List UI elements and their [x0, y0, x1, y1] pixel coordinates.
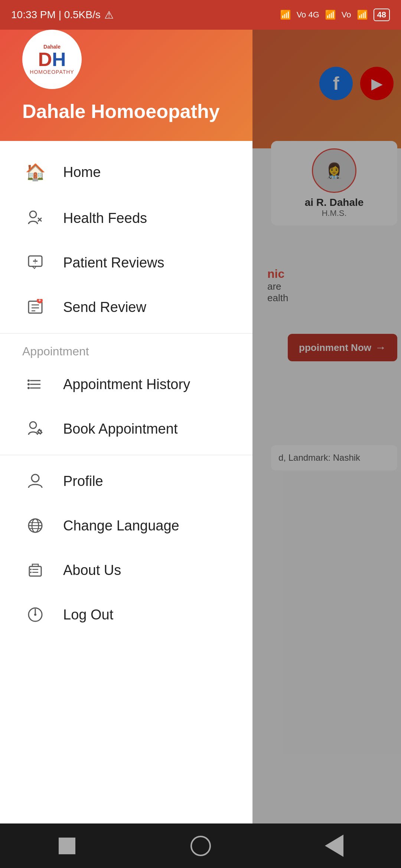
status-icons: 📶 Vo 4G 📶 Vo 📶 48	[280, 9, 390, 21]
send-review-icon: +	[22, 299, 48, 315]
appointment-section-label: Appointment	[0, 337, 252, 362]
nav-back-button[interactable]	[319, 831, 349, 861]
menu-label-change-language: Change Language	[63, 518, 179, 534]
svg-rect-24	[29, 566, 41, 576]
svg-point-13	[27, 379, 30, 382]
menu-item-profile[interactable]: Profile	[0, 459, 252, 503]
menu-label-send-review: Send Review	[63, 299, 146, 315]
menu-label-profile: Profile	[63, 473, 103, 489]
menu-item-send-review[interactable]: + Send Review	[0, 285, 252, 329]
menu-label-book-appointment: Book Appointment	[63, 421, 177, 437]
menu-label-about-us: About Us	[63, 562, 121, 578]
patient-reviews-icon: !	[22, 254, 48, 271]
change-language-icon	[22, 517, 48, 534]
battery-indicator: 48	[374, 9, 390, 21]
back-icon	[325, 835, 343, 857]
logo-dh-text: DH	[30, 50, 74, 69]
profile-divider	[0, 455, 252, 455]
appointment-divider	[0, 333, 252, 333]
svg-point-30	[34, 614, 36, 616]
menu-item-patient-reviews[interactable]: ! Patient Reviews	[0, 240, 252, 285]
signal-icon: Vo 4G	[297, 10, 319, 20]
menu-item-change-language[interactable]: Change Language	[0, 503, 252, 548]
app-name: Dahale Homoeopathy	[22, 100, 220, 122]
menu-label-log-out: Log Out	[63, 607, 113, 623]
svg-point-18	[32, 474, 39, 482]
menu-item-log-out[interactable]: Log Out	[0, 592, 252, 637]
book-appointment-icon	[22, 421, 48, 437]
log-out-icon	[22, 606, 48, 623]
svg-point-28	[30, 572, 32, 573]
svg-text:+: +	[38, 299, 41, 303]
side-drawer: Dahale DH HOMOEOPATHY Dahale Homoeopathy…	[0, 0, 252, 868]
health-feeds-icon	[22, 210, 48, 226]
nav-stop-button[interactable]	[52, 831, 82, 861]
svg-point-14	[27, 383, 30, 385]
profile-icon	[22, 473, 48, 489]
wifi-icon: 📶	[280, 10, 291, 20]
stop-icon	[59, 838, 75, 854]
svg-point-15	[27, 387, 30, 389]
home-icon: 🏠	[22, 162, 48, 182]
svg-text:!: !	[34, 258, 36, 264]
navigation-bar	[0, 823, 401, 868]
menu-item-health-feeds[interactable]: Health Feeds	[0, 196, 252, 240]
menu-label-health-feeds: Health Feeds	[63, 210, 147, 226]
status-bar: 10:33 PM | 0.5KB/s ⚠ 📶 Vo 4G 📶 Vo 📶 48	[0, 0, 401, 30]
about-us-icon	[22, 562, 48, 578]
svg-point-0	[30, 211, 36, 218]
logo-subtitle: HOMOEOPATHY	[30, 69, 74, 75]
svg-point-27	[30, 569, 32, 570]
menu-label-patient-reviews: Patient Reviews	[63, 255, 164, 271]
menu-item-book-appointment[interactable]: Book Appointment	[0, 407, 252, 451]
home-nav-icon	[190, 836, 211, 856]
appointment-history-icon	[22, 376, 48, 392]
menu-label-home: Home	[63, 164, 101, 180]
svg-point-16	[30, 422, 36, 428]
volte-icon: Vo	[342, 10, 351, 20]
status-time: 10:33 PM | 0.5KB/s ⚠	[11, 9, 114, 21]
drawer-menu: 🏠 Home Health Feeds !	[0, 141, 252, 868]
menu-item-home[interactable]: 🏠 Home	[0, 148, 252, 196]
signal3-icon: 📶	[357, 10, 368, 20]
app-logo: Dahale DH HOMOEOPATHY	[22, 30, 82, 89]
menu-item-appointment-history[interactable]: Appointment History	[0, 362, 252, 407]
menu-label-appointment-history: Appointment History	[63, 377, 190, 392]
menu-item-about-us[interactable]: About Us	[0, 548, 252, 592]
signal2-icon: 📶	[325, 10, 336, 20]
nav-home-button[interactable]	[186, 831, 215, 861]
